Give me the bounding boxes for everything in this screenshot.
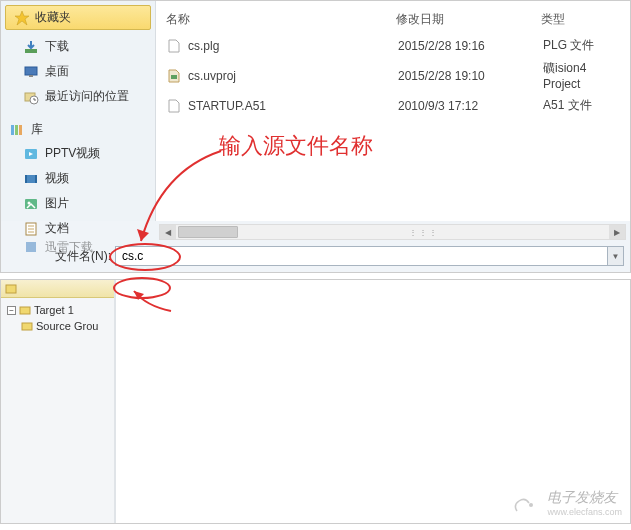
svg-rect-1 bbox=[25, 49, 37, 53]
sidebar-item-label: 下载 bbox=[45, 38, 69, 55]
picture-icon bbox=[23, 196, 39, 212]
file-dialog-panel: 收藏夹 下载 桌面 最近访问的位置 库 bbox=[0, 0, 631, 273]
file-name: cs.uvproj bbox=[188, 69, 398, 83]
favorites-header[interactable]: 收藏夹 bbox=[5, 5, 151, 30]
sidebar-item-label: 视频 bbox=[45, 170, 69, 187]
scroll-left-arrow[interactable]: ◀ bbox=[160, 225, 176, 239]
svg-rect-7 bbox=[15, 125, 18, 135]
favorites-label: 收藏夹 bbox=[35, 9, 71, 26]
library-label: 库 bbox=[31, 121, 43, 138]
sidebar-item-label: 文档 bbox=[45, 220, 69, 237]
filename-label: 文件名(N): bbox=[7, 248, 115, 265]
sidebar-item-desktop[interactable]: 桌面 bbox=[1, 59, 155, 84]
file-name: cs.plg bbox=[188, 39, 398, 53]
sidebar-item-label: 图片 bbox=[45, 195, 69, 212]
tree-item-label: Source Grou bbox=[36, 320, 98, 332]
sidebar-item-documents[interactable]: 文档 bbox=[1, 216, 155, 241]
sidebar-item-pictures[interactable]: 图片 bbox=[1, 191, 155, 216]
svg-rect-24 bbox=[20, 307, 30, 314]
project-tree: − Target 1 Source Grou bbox=[1, 280, 116, 523]
scroll-grip: ⋮⋮⋮ bbox=[409, 228, 439, 237]
svg-rect-2 bbox=[25, 67, 37, 75]
svg-rect-21 bbox=[171, 75, 177, 79]
watermark-brand: 电子发烧友 bbox=[547, 489, 622, 507]
filename-row: 文件名(N): ▼ bbox=[1, 244, 630, 268]
watermark-url: www.elecfans.com bbox=[547, 507, 622, 517]
scroll-right-arrow[interactable]: ▶ bbox=[609, 225, 625, 239]
watermark-logo-icon bbox=[511, 491, 541, 515]
scroll-thumb[interactable] bbox=[178, 226, 238, 238]
ide-panel: − Target 1 Source Grou 电子发烧友 www.elecfan… bbox=[0, 279, 631, 524]
nav-sidebar: 收藏夹 下载 桌面 最近访问的位置 库 bbox=[1, 1, 156, 221]
file-date: 2015/2/28 19:10 bbox=[398, 69, 543, 83]
file-list-header: 名称 修改日期 类型 bbox=[166, 9, 620, 34]
sidebar-item-label: PPTV视频 bbox=[45, 145, 100, 162]
file-name: STARTUP.A51 bbox=[188, 99, 398, 113]
svg-point-27 bbox=[529, 503, 533, 507]
pptv-icon bbox=[23, 146, 39, 162]
library-icon bbox=[9, 122, 25, 138]
video-icon bbox=[23, 171, 39, 187]
file-type: A51 文件 bbox=[543, 97, 620, 114]
column-date[interactable]: 修改日期 bbox=[396, 11, 541, 28]
svg-rect-8 bbox=[19, 125, 22, 135]
toolbar-icon[interactable] bbox=[5, 283, 17, 295]
svg-rect-3 bbox=[29, 75, 33, 77]
filename-input[interactable] bbox=[115, 246, 608, 266]
sidebar-item-label: 桌面 bbox=[45, 63, 69, 80]
star-icon bbox=[14, 10, 30, 26]
file-date: 2015/2/28 19:16 bbox=[398, 39, 543, 53]
sidebar-item-recent[interactable]: 最近访问的位置 bbox=[1, 84, 155, 109]
file-list-area: 名称 修改日期 类型 cs.plg 2015/2/28 19:16 PLG 文件… bbox=[156, 1, 630, 221]
library-header[interactable]: 库 bbox=[1, 115, 155, 141]
svg-rect-25 bbox=[22, 323, 32, 330]
editor-content-area[interactable] bbox=[116, 280, 630, 523]
file-row[interactable]: cs.plg 2015/2/28 19:16 PLG 文件 bbox=[166, 34, 620, 57]
tree-item-label: Target 1 bbox=[34, 304, 74, 316]
column-type[interactable]: 类型 bbox=[541, 11, 620, 28]
svg-rect-23 bbox=[6, 285, 16, 293]
filename-dropdown-button[interactable]: ▼ bbox=[608, 246, 624, 266]
file-date: 2010/9/3 17:12 bbox=[398, 99, 543, 113]
column-name[interactable]: 名称 bbox=[166, 11, 396, 28]
svg-marker-0 bbox=[15, 11, 29, 25]
svg-rect-12 bbox=[25, 175, 27, 183]
document-icon bbox=[23, 221, 39, 237]
file-row[interactable]: STARTUP.A51 2010/9/3 17:12 A51 文件 bbox=[166, 94, 620, 117]
watermark: 电子发烧友 www.elecfans.com bbox=[511, 489, 622, 517]
file-type: 礦ision4 Project bbox=[543, 60, 620, 91]
desktop-icon bbox=[23, 64, 39, 80]
tree-root-item[interactable]: − Target 1 bbox=[3, 302, 112, 318]
svg-rect-13 bbox=[35, 175, 37, 183]
folder-icon bbox=[21, 320, 33, 332]
folder-icon bbox=[19, 304, 31, 316]
download-icon bbox=[23, 39, 39, 55]
recent-icon bbox=[23, 89, 39, 105]
tree-child-item[interactable]: Source Grou bbox=[3, 318, 112, 334]
sidebar-item-pptv[interactable]: PPTV视频 bbox=[1, 141, 155, 166]
file-type: PLG 文件 bbox=[543, 37, 620, 54]
sidebar-item-label: 最近访问的位置 bbox=[45, 88, 129, 105]
tree-toolbar bbox=[1, 280, 114, 298]
svg-rect-6 bbox=[11, 125, 14, 135]
file-icon bbox=[166, 98, 182, 114]
file-row[interactable]: cs.uvproj 2015/2/28 19:10 礦ision4 Projec… bbox=[166, 57, 620, 94]
sidebar-item-downloads[interactable]: 下载 bbox=[1, 34, 155, 59]
horizontal-scrollbar[interactable]: ◀ ⋮⋮⋮ ▶ bbox=[159, 224, 626, 240]
annotation-circle bbox=[113, 277, 171, 299]
sidebar-item-video[interactable]: 视频 bbox=[1, 166, 155, 191]
uvproj-icon bbox=[166, 68, 182, 84]
tree-collapse-icon[interactable]: − bbox=[7, 306, 16, 315]
file-icon bbox=[166, 38, 182, 54]
